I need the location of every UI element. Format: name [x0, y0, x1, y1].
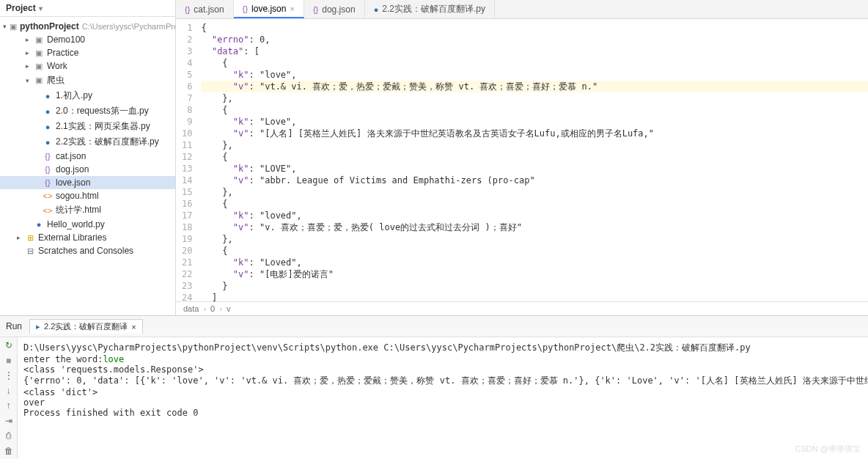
- editor-tab[interactable]: {}love.json×: [234, 0, 304, 18]
- project-tree: ▾ ▣ pythonProject C:\Users\yysc\PycharmP…: [0, 17, 175, 315]
- tree-item[interactable]: {}love.json: [0, 176, 175, 189]
- watermark: CSDN @带带琪宝: [795, 444, 861, 455]
- trash-button[interactable]: 🗑: [3, 446, 15, 457]
- tab-label: love.json: [251, 4, 286, 14]
- console-line: over: [23, 397, 862, 408]
- run-tab[interactable]: ▸ 2.2实践：破解百度翻译 ×: [29, 319, 143, 334]
- code-line: "errno": 0,: [201, 34, 868, 45]
- tree-item[interactable]: ⊟Scratches and Consoles: [0, 244, 175, 257]
- run-toolbar: ↻ ■ ⋮ ↓ ↑ ⇥ ⎙ 🗑: [0, 337, 18, 459]
- breadcrumb-segment[interactable]: data: [183, 304, 199, 313]
- soft-wrap-button[interactable]: ⇥: [3, 416, 15, 427]
- run-title: Run: [6, 321, 22, 331]
- editor-body[interactable]: 123456789101112131415161718192021222324 …: [176, 19, 868, 301]
- run-header: Run ▸ 2.2实践：破解百度翻译 ×: [0, 316, 868, 337]
- python-icon: ▸: [36, 322, 40, 331]
- root-name: pythonProject: [20, 21, 79, 32]
- console-line: D:\Users\yysc\PycharmProjects\pythonProj…: [23, 342, 862, 354]
- tree-item-label: 统计学.html: [56, 204, 101, 216]
- project-sidebar: Project ▾ ▾ ▣ pythonProject C:\Users\yys…: [0, 0, 176, 315]
- tree-item[interactable]: ●2.0：requests第一血.py: [0, 103, 175, 119]
- rerun-button[interactable]: ↻: [3, 340, 15, 351]
- code-line: "k": "Love",: [201, 116, 868, 128]
- tree-item-label: sogou.html: [56, 191, 99, 201]
- code-line: }: [201, 280, 868, 292]
- stop-button[interactable]: ■: [3, 356, 15, 367]
- json-icon: {}: [243, 4, 248, 13]
- html-icon: <>: [43, 205, 53, 216]
- tree-item[interactable]: ●2.1实践：网页采集器.py: [0, 119, 175, 134]
- tree-item[interactable]: ●2.2实践：破解百度翻译.py: [0, 134, 175, 150]
- tree-item[interactable]: ▾▣爬虫: [0, 73, 175, 88]
- json-icon: {}: [185, 5, 190, 14]
- breadcrumb-segment[interactable]: v: [227, 304, 231, 313]
- code-line: "v": "[人名] [英格兰人姓氏] 洛夫来源于中世纪英语教名及古英语女子名L…: [201, 128, 868, 139]
- tree-item[interactable]: {}cat.json: [0, 150, 175, 163]
- json-icon: {}: [43, 177, 53, 188]
- tree-item-label: Practice: [47, 48, 78, 58]
- code-line: },: [201, 186, 868, 198]
- console-line: <class 'dict'>: [23, 387, 862, 397]
- tree-item-label: 1.初入.py: [56, 89, 92, 102]
- print-button[interactable]: ⎙: [3, 430, 15, 441]
- code-content[interactable]: { "errno": 0, "data": [ { "k": "love", "…: [201, 19, 868, 301]
- code-line: ]: [201, 292, 868, 301]
- tree-item[interactable]: ▸⊞External Libraries: [0, 231, 175, 244]
- chevron-down-icon: ▾: [3, 23, 7, 30]
- editor-tab[interactable]: {}cat.json: [176, 0, 234, 18]
- tab-label: dog.json: [322, 4, 355, 15]
- tree-item-label: External Libraries: [38, 232, 106, 243]
- tree-item[interactable]: ▸▣Demo100: [0, 33, 175, 46]
- run-panel: Run ▸ 2.2实践：破解百度翻译 × ↻ ■ ⋮ ↓ ↑ ⇥ ⎙ 🗑 D:\…: [0, 315, 868, 459]
- json-icon: {}: [43, 164, 53, 175]
- tree-item[interactable]: ▸▣Work: [0, 59, 175, 73]
- folder-icon: ▣: [34, 34, 44, 45]
- run-tab-label: 2.2实践：破解百度翻译: [44, 321, 128, 332]
- down-button[interactable]: ↓: [3, 386, 15, 397]
- tree-item[interactable]: ●Hello_world.py: [0, 218, 175, 231]
- code-line: {: [201, 104, 868, 116]
- breadcrumb-segment[interactable]: 0: [210, 304, 215, 313]
- editor-tab[interactable]: {}dog.json: [304, 0, 365, 18]
- tree-item[interactable]: <>统计学.html: [0, 202, 175, 218]
- tree-root[interactable]: ▾ ▣ pythonProject C:\Users\yysc\PycharmP…: [0, 20, 175, 33]
- tree-item-label: cat.json: [56, 151, 86, 161]
- tree-item[interactable]: ▸▣Practice: [0, 46, 175, 59]
- tab-label: 2.2实践：破解百度翻译.py: [382, 3, 485, 15]
- code-line: "k": "LOVE",: [201, 163, 868, 175]
- editor-tab[interactable]: ●2.2实践：破解百度翻译.py: [365, 0, 495, 18]
- close-icon[interactable]: ×: [290, 4, 294, 13]
- close-icon[interactable]: ×: [131, 323, 136, 331]
- console-output[interactable]: D:\Users\yysc\PycharmProjects\pythonProj…: [18, 337, 868, 459]
- chevron-down-icon: ▾: [39, 4, 43, 12]
- folder-icon: ▣: [10, 21, 17, 32]
- breadcrumb[interactable]: data›0›v: [176, 301, 868, 315]
- py-icon: ●: [43, 106, 53, 117]
- json-icon: {}: [43, 151, 53, 161]
- editor-tabs: {}cat.json{}love.json×{}dog.json●2.2实践：破…: [176, 0, 868, 19]
- tree-item-label: Demo100: [47, 34, 85, 45]
- html-icon: <>: [43, 191, 53, 201]
- tree-item-label: love.json: [56, 177, 90, 188]
- sidebar-header[interactable]: Project ▾: [0, 0, 175, 17]
- tree-arrow-icon: ▾: [23, 77, 31, 84]
- tree-item[interactable]: <>sogou.html: [0, 189, 175, 202]
- console-line: {'errno': 0, 'data': [{'k': 'love', 'v':…: [23, 375, 862, 387]
- tree-item[interactable]: ●1.初入.py: [0, 88, 175, 103]
- code-line: "v": "vt.& vi. 喜欢；爱，热爱；爱戴；赞美，称赞 vt. 喜欢；喜…: [201, 81, 868, 92]
- tree-item-label: Scratches and Consoles: [38, 246, 133, 256]
- folder-icon: ▣: [34, 76, 44, 86]
- code-line: "k": "love",: [201, 69, 868, 81]
- code-line: {: [201, 57, 868, 69]
- tree-item[interactable]: {}dog.json: [0, 163, 175, 176]
- console-line: <class 'requests.models.Response'>: [23, 364, 862, 375]
- editor-area: {}cat.json{}love.json×{}dog.json●2.2实践：破…: [176, 0, 868, 315]
- code-line: {: [201, 198, 868, 210]
- py-icon: ●: [43, 122, 53, 132]
- up-button[interactable]: ↑: [3, 400, 15, 411]
- folder-icon: ▣: [34, 48, 44, 58]
- tree-item-label: 2.2实践：破解百度翻译.py: [56, 136, 159, 148]
- code-line: "data": [: [201, 45, 868, 57]
- code-line: "k": "Loved",: [201, 257, 868, 268]
- more-icon[interactable]: ⋮: [3, 370, 15, 381]
